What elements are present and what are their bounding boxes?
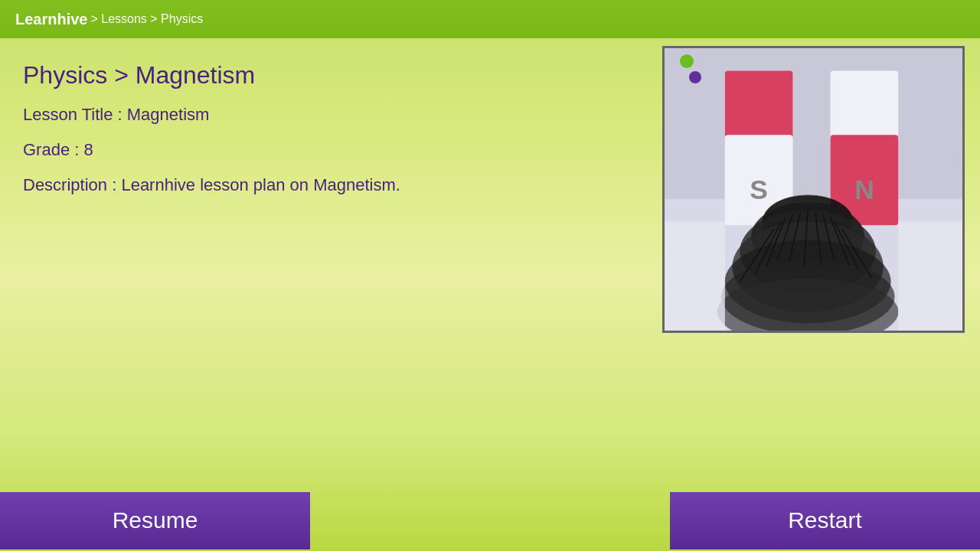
breadcrumb: > Lessons > Physics <box>90 12 203 26</box>
svg-rect-29 <box>898 221 962 331</box>
lesson-title-label: Lesson Title <box>23 105 113 124</box>
svg-rect-7 <box>831 71 899 139</box>
svg-text:S: S <box>750 174 768 205</box>
dot-green-icon <box>680 54 694 68</box>
svg-rect-1 <box>665 48 962 199</box>
grade-label: Grade <box>23 140 70 159</box>
svg-text:N: N <box>854 174 874 205</box>
svg-rect-28 <box>665 221 725 331</box>
description-separator: : <box>112 175 121 194</box>
resume-button[interactable]: Resume <box>0 492 310 549</box>
header-bar: Learnhive > Lessons > Physics <box>0 0 980 38</box>
restart-button[interactable]: Restart <box>670 492 980 549</box>
lesson-title-value: Magnetism <box>127 105 210 124</box>
grade-separator: : <box>74 140 83 159</box>
main-content: Physics > Magnetism Lesson Title : Magne… <box>0 38 980 490</box>
lesson-title-separator: : <box>118 105 127 124</box>
description-label: Description <box>23 175 107 194</box>
description-value: Learnhive lesson plan on Magnetism. <box>121 175 400 194</box>
brand-logo: Learnhive <box>15 11 87 28</box>
magnet-photo: S N <box>665 48 962 331</box>
footer-actions: Resume Restart <box>0 490 980 551</box>
svg-rect-3 <box>725 71 793 139</box>
dot-purple-icon <box>689 71 701 83</box>
grade-value: 8 <box>84 140 93 159</box>
lesson-image: S N <box>662 46 965 333</box>
